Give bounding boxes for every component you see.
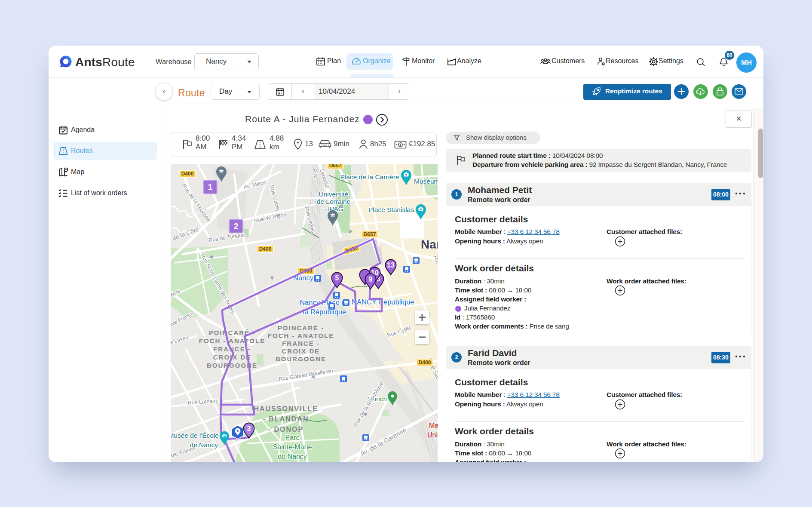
svg-text:13: 13 bbox=[387, 261, 395, 269]
svg-text:Parc: Parc bbox=[285, 434, 300, 441]
svg-text:2: 2 bbox=[233, 221, 238, 231]
svg-text:D400: D400 bbox=[419, 360, 431, 366]
svg-text:D657: D657 bbox=[329, 164, 342, 169]
svg-text:- BLANDAN: - BLANDAN bbox=[263, 415, 309, 423]
svg-text:9: 9 bbox=[369, 276, 373, 283]
svg-text:D400: D400 bbox=[259, 246, 272, 252]
svg-text:POINCARÉ -: POINCARÉ - bbox=[278, 324, 324, 332]
svg-text:D400: D400 bbox=[181, 171, 194, 177]
svg-text:NANCY Republique: NANCY Republique bbox=[352, 298, 414, 306]
svg-text:Sainte-Marie: Sainte-Marie bbox=[273, 443, 312, 451]
svg-text:1: 1 bbox=[399, 142, 402, 147]
svg-text:Nancy: Nancy bbox=[421, 238, 438, 251]
svg-text:- DONOP: - DONOP bbox=[268, 426, 303, 433]
svg-text:Place de la Carrière: Place de la Carrière bbox=[340, 173, 399, 181]
svg-text:Place Stanislas: Place Stanislas bbox=[368, 206, 414, 213]
svg-text:3: 3 bbox=[247, 425, 251, 432]
svg-text:FRANCE -: FRANCE - bbox=[282, 340, 320, 347]
svg-text:CROIX DE: CROIX DE bbox=[282, 347, 320, 355]
svg-text:Mais: Mais bbox=[429, 422, 438, 429]
svg-text:FOCH - ANATOLE: FOCH - ANATOLE bbox=[268, 332, 334, 339]
svg-text:HAUSSONVILLE: HAUSSONVILLE bbox=[254, 405, 318, 412]
svg-text:BOURGOGNE: BOURGOGNE bbox=[276, 355, 326, 363]
svg-text:D657: D657 bbox=[364, 231, 376, 237]
svg-text:1: 1 bbox=[208, 182, 212, 192]
svg-text:5: 5 bbox=[335, 274, 339, 282]
svg-text:Musée de l'École: Musée de l'École bbox=[171, 432, 219, 439]
svg-text:Unive: Unive bbox=[427, 431, 438, 439]
svg-text:de Lorraine: de Lorraine bbox=[317, 198, 350, 205]
svg-text:FOCH - ANATOLE: FOCH - ANATOLE bbox=[199, 337, 265, 344]
svg-text:de Nancy: de Nancy bbox=[278, 453, 307, 460]
svg-text:Université: Université bbox=[319, 191, 349, 198]
svg-text:Muséum: Muséum bbox=[414, 178, 438, 185]
